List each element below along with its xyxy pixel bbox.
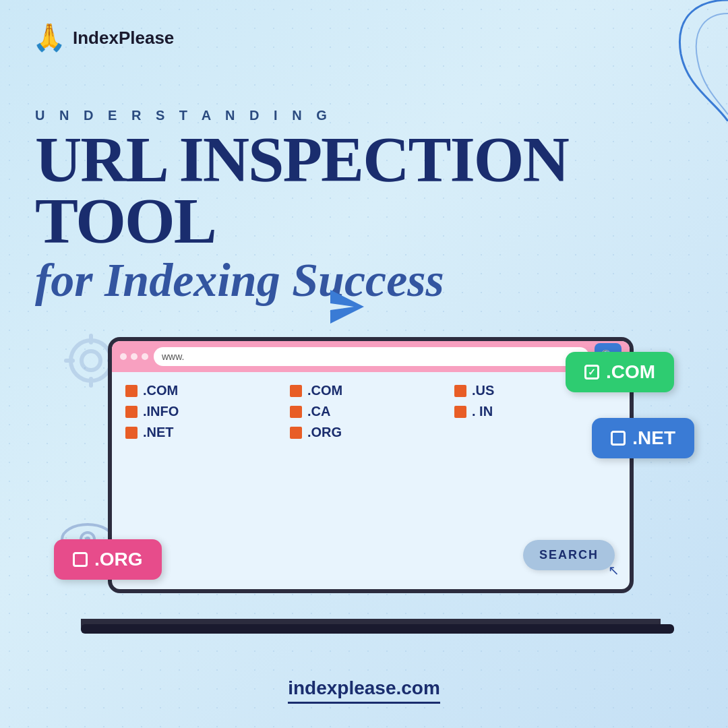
badge-net-label: .NET [632,427,675,449]
domain-label: .COM [143,383,178,398]
domain-item-in: . IN [454,404,616,419]
svg-point-2 [82,351,100,370]
laptop-illustration: www. 🔍 .COM .COM .US [67,324,688,647]
laptop-screen-content: www. 🔍 .COM .COM .US [112,341,630,589]
svg-rect-3 [89,334,93,344]
domain-label: .CA [307,404,330,419]
browser-dot-1 [120,353,127,360]
svg-rect-4 [89,377,93,388]
checkbox-unchecked-icon [611,431,626,446]
url-bar[interactable]: www. [154,347,589,366]
italic-subtitle: for Indexing Success [35,254,693,306]
domain-square-icon [290,406,302,418]
search-button-label: SEARCH [539,548,599,562]
laptop-foot [81,624,674,634]
main-content: U N D E R S T A N D I N G URL INSPECTION… [35,108,693,326]
domain-label: .US [472,383,494,398]
domain-item-com2: .COM [290,383,452,398]
domain-square-icon [290,427,302,439]
domain-list: .COM .COM .US .INFO [112,372,630,447]
main-title: URL INSPECTION TOOL [35,129,693,251]
search-button-laptop[interactable]: SEARCH [523,540,615,570]
footer: indexplease.com [0,677,728,704]
badge-net: .NET [592,418,694,458]
subtitle-label: U N D E R S T A N D I N G [35,108,693,123]
domain-label: . IN [472,404,493,419]
browser-dot-3 [142,353,148,360]
domain-square-icon [125,385,138,397]
logo-text: IndexPlease [73,28,174,49]
checkbox-unchecked-icon [73,552,88,567]
domain-label: .ORG [307,425,342,440]
svg-marker-0 [330,290,364,324]
domain-label: .COM [307,383,342,398]
decorative-curve [593,0,728,121]
url-text: www. [162,351,184,362]
checkbox-checked-icon [584,365,599,380]
domain-item-com1: .COM [125,383,287,398]
svg-point-1 [71,340,111,381]
domain-square-icon [125,427,138,439]
footer-url: indexplease.com [288,677,440,704]
paper-plane-icon [330,290,364,324]
page: 🙏 IndexPlease U N D E R S T A N D I N G … [0,0,728,728]
domain-label: .INFO [143,404,179,419]
browser-dot-2 [131,353,138,360]
laptop-screen: www. 🔍 .COM .COM .US [108,337,634,593]
badge-com: .COM [566,352,674,392]
logo: 🙏 IndexPlease [32,24,174,51]
logo-icon: 🙏 [32,24,66,51]
svg-rect-5 [64,359,75,363]
domain-item-info: .INFO [125,404,287,419]
domain-square-icon [290,385,302,397]
domain-item-net: .NET [125,425,287,440]
domain-square-icon [125,406,138,418]
badge-com-label: .COM [606,361,655,383]
domain-square-icon [454,385,466,397]
badge-org-label: .ORG [94,549,143,570]
cursor-icon: ↖ [608,562,619,578]
badge-org: .ORG [54,539,162,580]
browser-dots [120,353,148,360]
domain-item-ca: .CA [290,404,452,419]
browser-bar: www. 🔍 [112,341,630,372]
domain-square-icon [454,406,466,418]
laptop-base [81,619,661,634]
domain-label: .NET [143,425,174,440]
domain-item-org: .ORG [290,425,452,440]
